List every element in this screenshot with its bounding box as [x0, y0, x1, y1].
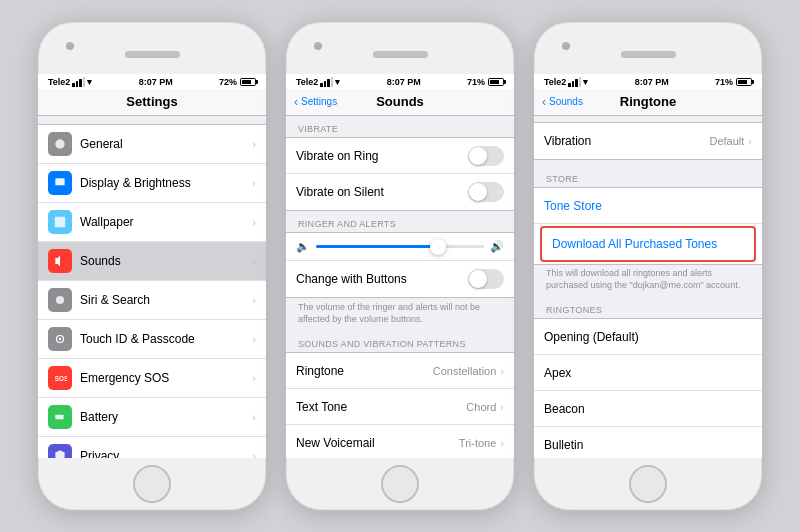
iphone-ringtone: Tele2 ▾ 8:07 PM 71%: [533, 21, 763, 511]
phones-container: Tele2 ▾ 8:07 PM 72%: [27, 11, 773, 521]
ringtone-item-1[interactable]: Apex: [534, 355, 762, 391]
vibration-group: Vibration Default ›: [534, 122, 762, 160]
vibrate-silent-row[interactable]: Vibrate on Silent: [286, 174, 514, 210]
iphone-bottom-2: [286, 458, 514, 510]
home-button-3[interactable]: [629, 465, 667, 503]
change-buttons-row[interactable]: Change with Buttons: [286, 261, 514, 297]
volume-fill: [316, 245, 434, 248]
status-bar-2: Tele2 ▾ 8:07 PM 71%: [286, 74, 514, 89]
svg-rect-2: [55, 217, 66, 228]
chevron-wallpaper: ›: [252, 216, 256, 228]
ringtone-item-0[interactable]: Opening (Default): [534, 319, 762, 355]
store-desc: This will download all ringtones and ale…: [534, 265, 762, 297]
vibrate-silent-label: Vibrate on Silent: [296, 185, 468, 199]
change-buttons-toggle[interactable]: [468, 269, 504, 289]
battery-icon-2: [488, 78, 504, 86]
back-button-sounds[interactable]: ‹ Settings: [294, 95, 337, 109]
nav-bar-sounds: ‹ Settings Sounds: [286, 89, 514, 116]
vol-low-icon: 🔈: [296, 240, 310, 253]
tone-store-row[interactable]: Tone Store: [534, 188, 762, 224]
svg-rect-7: [55, 415, 63, 420]
iphone-top-2: [286, 22, 514, 74]
volume-thumb[interactable]: [430, 239, 446, 255]
volume-track[interactable]: [316, 245, 484, 248]
page-title-ringtone: Ringtone: [620, 94, 676, 109]
battery-icon-3: [736, 78, 752, 86]
chevron-voicemail: ›: [500, 437, 504, 449]
wallpaper-icon: [48, 210, 72, 234]
home-button-1[interactable]: [133, 465, 171, 503]
home-button-2[interactable]: [381, 465, 419, 503]
vibration-row[interactable]: Vibration Default ›: [534, 123, 762, 159]
download-tones-row[interactable]: Download All Purchased Tones: [540, 226, 756, 262]
screen-settings: Tele2 ▾ 8:07 PM 72%: [38, 74, 266, 458]
list-item[interactable]: Touch ID & Passcode ›: [38, 320, 266, 359]
general-icon: [48, 132, 72, 156]
back-button-ringtone[interactable]: ‹ Sounds: [542, 95, 583, 109]
volume-row[interactable]: 🔈 🔊: [286, 233, 514, 261]
settings-list-1[interactable]: General › Display & Brightness ›: [38, 116, 266, 458]
speaker-2: [373, 51, 428, 58]
display-icon: [48, 171, 72, 195]
wifi-icon-1: ▾: [87, 77, 92, 87]
ringer-section-label: RINGER AND ALERTS: [286, 211, 514, 232]
ringtone-item-2[interactable]: Beacon: [534, 391, 762, 427]
screen-sounds: Tele2 ▾ 8:07 PM 71%: [286, 74, 514, 458]
privacy-icon: [48, 444, 72, 458]
row-label-touchid: Touch ID & Passcode: [80, 332, 252, 346]
texttone-value: Chord: [466, 401, 496, 413]
iphone-bottom-1: [38, 458, 266, 510]
ringtone-item-label-3: Bulletin: [544, 438, 752, 452]
chevron-general: ›: [252, 138, 256, 150]
back-label-3: Sounds: [549, 96, 583, 107]
iphone-top-1: [38, 22, 266, 74]
status-bar-3: Tele2 ▾ 8:07 PM 71%: [534, 74, 762, 89]
texttone-row[interactable]: Text Tone Chord ›: [286, 389, 514, 425]
signal-bars-1: [72, 77, 85, 87]
ringtone-row[interactable]: Ringtone Constellation ›: [286, 353, 514, 389]
row-label-siri: Siri & Search: [80, 293, 252, 307]
list-item-sounds[interactable]: Sounds ›: [38, 242, 266, 281]
list-item[interactable]: General ›: [38, 125, 266, 164]
back-chevron-3: ‹: [542, 95, 546, 109]
page-title-settings: Settings: [126, 94, 177, 109]
sounds-list: VIBRATE Vibrate on Ring Vibrate on Silen…: [286, 116, 514, 458]
time-3: 8:07 PM: [635, 77, 669, 87]
status-bar-1: Tele2 ▾ 8:07 PM 72%: [38, 74, 266, 89]
vibrate-ring-toggle[interactable]: [468, 146, 504, 166]
vol-high-icon: 🔊: [490, 240, 504, 253]
chevron-sounds: ›: [252, 255, 256, 267]
ringtone-item-3[interactable]: Bulletin: [534, 427, 762, 458]
tone-store-label: Tone Store: [544, 199, 752, 213]
vibrate-silent-toggle[interactable]: [468, 182, 504, 202]
list-item[interactable]: Privacy ›: [38, 437, 266, 458]
vibrate-ring-row[interactable]: Vibrate on Ring: [286, 138, 514, 174]
battery-icon-1: [240, 78, 256, 86]
siri-icon: [48, 288, 72, 312]
sounds-icon: [48, 249, 72, 273]
speaker-3: [621, 51, 676, 58]
list-item[interactable]: Display & Brightness ›: [38, 164, 266, 203]
patterns-group: Ringtone Constellation › Text Tone Chord…: [286, 352, 514, 458]
list-item[interactable]: Siri & Search ›: [38, 281, 266, 320]
chevron-texttone: ›: [500, 401, 504, 413]
svg-rect-1: [55, 178, 64, 185]
svg-text:SOS: SOS: [55, 375, 67, 382]
page-title-sounds: Sounds: [376, 94, 424, 109]
ringer-group: 🔈 🔊 Change with Buttons: [286, 232, 514, 298]
change-buttons-label: Change with Buttons: [296, 272, 468, 286]
list-item[interactable]: SOS Emergency SOS ›: [38, 359, 266, 398]
vibrate-section-label: VIBRATE: [286, 116, 514, 137]
voicemail-row[interactable]: New Voicemail Tri-tone ›: [286, 425, 514, 458]
chevron-siri: ›: [252, 294, 256, 306]
settings-group-main: General › Display & Brightness ›: [38, 124, 266, 458]
patterns-section-label: SOUNDS AND VIBRATION PATTERNS: [286, 331, 514, 352]
row-label-battery: Battery: [80, 410, 252, 424]
list-item[interactable]: Battery ›: [38, 398, 266, 437]
back-chevron-2: ‹: [294, 95, 298, 109]
chevron-battery: ›: [252, 411, 256, 423]
vibration-label: Vibration: [544, 134, 709, 148]
time-2: 8:07 PM: [387, 77, 421, 87]
store-section-label: STORE: [534, 166, 762, 187]
list-item[interactable]: Wallpaper ›: [38, 203, 266, 242]
